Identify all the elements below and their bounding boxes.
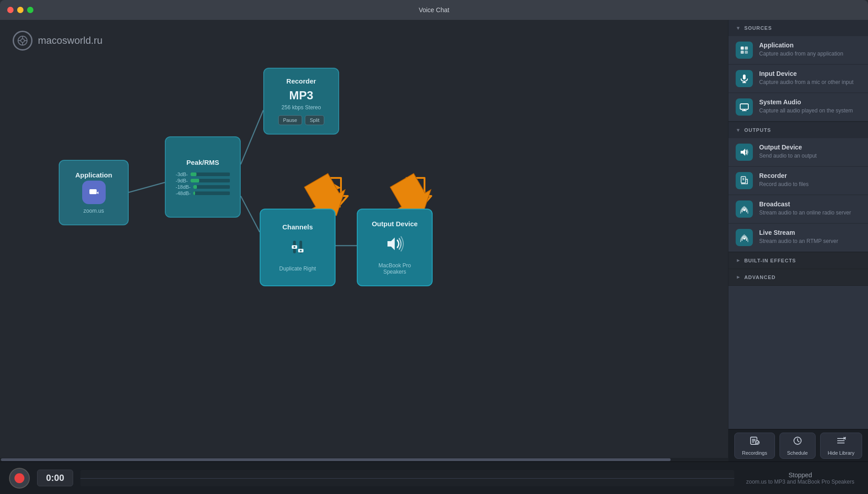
output-device-sidebar-desc: Send audio to an output (759, 152, 861, 160)
broadcast-sidebar-desc: Stream audio to an online radio server (759, 209, 861, 217)
advanced-chevron-icon: ▼ (735, 275, 741, 280)
recorder-quality: 256 kbps Stereo (281, 104, 321, 111)
application-node-subtitle: zoom.us (84, 208, 104, 214)
minimize-button[interactable] (17, 7, 23, 13)
recordings-icon (750, 436, 760, 448)
system-audio-text: System Audio Capture all audio played on… (759, 98, 861, 115)
system-audio-icon (736, 98, 753, 116)
svg-marker-11 (315, 175, 347, 213)
schedule-button[interactable]: Schedule (779, 433, 816, 459)
application-source-text: Application Capture audio from any appli… (759, 42, 861, 58)
pause-button[interactable]: Pause (278, 115, 302, 125)
waveform-line (80, 478, 734, 479)
recorder-sidebar-desc: Record audio to files (759, 181, 861, 188)
built-in-effects-header[interactable]: ▼ BUILT-IN EFFECTS (728, 252, 868, 269)
svg-rect-23 (745, 51, 748, 54)
outputs-section-title: OUTPUTS (744, 127, 771, 133)
bottom-bar: Recordings Schedule (728, 429, 868, 461)
advanced-section-header[interactable]: ▼ ADVANCED (728, 269, 868, 285)
svg-rect-20 (741, 47, 744, 50)
input-device-name: Input Device (759, 70, 861, 77)
hide-library-button[interactable]: Hide Library (820, 433, 862, 459)
titlebar: Voice Chat (0, 0, 868, 20)
svg-rect-27 (740, 104, 748, 109)
vu-row-2: -9dB- (176, 178, 230, 183)
live-stream-sidebar-name: Live Stream (759, 229, 861, 236)
advanced-section: ▼ ADVANCED (728, 269, 868, 286)
split-button[interactable]: Split (305, 115, 324, 125)
sidebar-item-live-stream[interactable]: Live Stream Stream audio to an RTMP serv… (728, 224, 868, 252)
output-device-subtitle: MacBook Pro Speakers (378, 262, 411, 275)
svg-point-18 (294, 246, 295, 248)
sidebar-item-output-device[interactable]: Output Device Send audio to an output (728, 138, 868, 167)
status-description-text: zoom.us to MP3 and MacBook Pro Speakers (742, 479, 859, 485)
application-node[interactable]: Application zoom.us (59, 160, 129, 225)
schedule-label: Schedule (787, 450, 808, 456)
status-stopped-text: Stopped (742, 471, 859, 479)
svg-line-7 (241, 110, 263, 164)
svg-rect-21 (745, 47, 748, 50)
close-button[interactable] (7, 7, 14, 13)
status-text-area: Stopped zoom.us to MP3 and MacBook Pro S… (742, 471, 859, 485)
logo-area: macosworld.ru (13, 31, 103, 51)
live-stream-sidebar-desc: Stream audio to an RTMP server (759, 238, 861, 245)
canvas-scrollbar-thumb (1, 458, 671, 461)
peakrms-node-title: Peak/RMS (187, 158, 219, 166)
output-device-node[interactable]: Output Device MacBook Pro Speakers (357, 209, 433, 286)
recorder-format: MP3 (289, 89, 313, 103)
recorder-buttons: Pause Split (278, 115, 325, 125)
maximize-button[interactable] (27, 7, 33, 13)
input-device-text: Input Device Capture audio from a mic or… (759, 70, 861, 86)
svg-point-1 (21, 39, 24, 42)
sources-section: ▼ SOURCES Application Capture audio from… (728, 20, 868, 122)
svg-point-19 (300, 250, 302, 252)
output-device-node-title: Output Device (372, 220, 418, 228)
outputs-section: ▼ OUTPUTS Output Device Send audio to an… (728, 122, 868, 252)
built-in-effects-section: ▼ BUILT-IN EFFECTS (728, 252, 868, 269)
broadcast-sidebar-text: Broadcast Stream audio to an online radi… (759, 200, 861, 217)
recordings-label: Recordings (742, 450, 767, 456)
canvas-scrollbar[interactable] (0, 458, 728, 461)
vu-row-1: -3dB- (176, 172, 230, 177)
recordings-button[interactable]: Recordings (734, 433, 775, 459)
output-device-icon (384, 233, 406, 259)
svg-rect-22 (741, 51, 744, 54)
record-button[interactable] (9, 468, 30, 489)
svg-line-42 (798, 441, 799, 442)
sidebar-item-application[interactable]: Application Capture audio from any appli… (728, 36, 868, 65)
broadcast-sidebar-icon (736, 200, 753, 218)
recorder-sidebar-text: Recorder Record audio to files (759, 172, 861, 188)
outputs-section-header[interactable]: ▼ OUTPUTS (728, 122, 868, 138)
sidebar-item-recorder[interactable]: Recorder Record audio to files (728, 167, 868, 195)
vu-meter: -3dB- -9dB- -18dB- -48dB- (172, 172, 233, 196)
hide-library-icon (836, 436, 846, 448)
logo-icon (13, 31, 33, 51)
recorder-node[interactable]: Recorder MP3 256 kbps Stereo Pause Split (263, 68, 339, 135)
output-device-sidebar-name: Output Device (759, 144, 861, 151)
record-dot (14, 473, 24, 483)
sidebar-item-system-audio[interactable]: System Audio Capture all audio played on… (728, 93, 868, 121)
zoom-icon-wrapper (82, 181, 106, 204)
peakrms-node[interactable]: Peak/RMS -3dB- -9dB- -18dB- -48dB- (165, 136, 241, 218)
sidebar-spacer (728, 286, 868, 429)
svg-line-8 (241, 196, 260, 232)
schedule-icon (793, 436, 803, 448)
channels-node[interactable]: Channels Duplicate Right (260, 209, 336, 286)
built-in-effects-chevron-icon: ▼ (735, 258, 741, 263)
output-device-sidebar-icon (736, 144, 753, 161)
system-audio-name: System Audio (759, 98, 861, 106)
window-controls (7, 7, 33, 13)
application-source-name: Application (759, 42, 861, 49)
recorder-sidebar-icon (736, 172, 753, 189)
live-stream-sidebar-text: Live Stream Stream audio to an RTMP serv… (759, 229, 861, 245)
sidebar-item-broadcast[interactable]: Broadcast Stream audio to an online radi… (728, 195, 868, 224)
sources-chevron-icon: ▼ (736, 25, 741, 31)
application-node-title: Application (75, 171, 112, 179)
output-device-sidebar-text: Output Device Send audio to an output (759, 144, 861, 160)
built-in-effects-title: BUILT-IN EFFECTS (744, 258, 796, 263)
system-audio-desc: Capture all audio played on the system (759, 107, 861, 115)
time-display: 0:00 (37, 470, 73, 486)
sources-section-header[interactable]: ▼ SOURCES (728, 20, 868, 36)
sidebar-item-input-device[interactable]: Input Device Capture audio from a mic or… (728, 65, 868, 93)
hide-library-label: Hide Library (828, 450, 854, 456)
